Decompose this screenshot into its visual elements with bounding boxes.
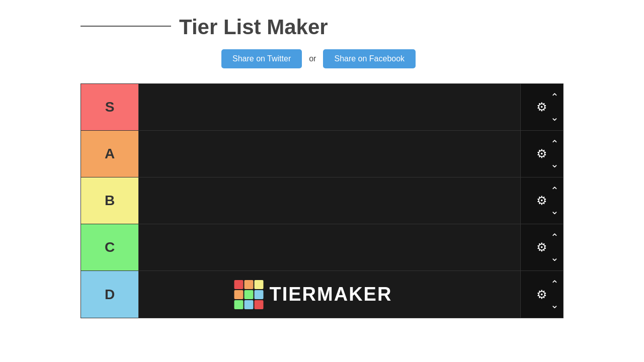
tier-content-c[interactable] xyxy=(139,224,520,270)
tier-row-d: DTiERMAKER⚙⌃⌄ xyxy=(81,271,563,318)
tier-controls-s: ⚙⌃⌄ xyxy=(520,84,563,130)
header: Tier List Maker Share on Twitter or Shar… xyxy=(0,0,644,83)
tier-row-b: B⚙⌃⌄ xyxy=(81,177,563,224)
tier-table: S⚙⌃⌄A⚙⌃⌄B⚙⌃⌄C⚙⌃⌄DTiERMAKER⚙⌃⌄ xyxy=(80,83,564,318)
gear-icon-a[interactable]: ⚙ xyxy=(536,148,547,160)
tier-content-b[interactable] xyxy=(139,177,520,224)
gear-icon-d[interactable]: ⚙ xyxy=(536,289,547,301)
tiermaker-logo-text: TiERMAKER xyxy=(270,284,392,305)
chevron-down-a[interactable]: ⌄ xyxy=(550,159,559,169)
tier-controls-a: ⚙⌃⌄ xyxy=(520,131,563,177)
chevron-up-b[interactable]: ⌃ xyxy=(550,186,559,196)
gear-icon-b[interactable]: ⚙ xyxy=(536,195,547,207)
chevron-down-s[interactable]: ⌄ xyxy=(550,112,559,122)
tier-label-d: D xyxy=(81,271,139,318)
share-row: Share on Twitter or Share on Facebook xyxy=(80,49,644,68)
tier-controls-b: ⚙⌃⌄ xyxy=(520,177,563,224)
chevron-up-a[interactable]: ⌃ xyxy=(550,139,559,149)
share-facebook-button[interactable]: Share on Facebook xyxy=(323,49,416,68)
gear-icon-s[interactable]: ⚙ xyxy=(536,101,547,113)
or-separator: or xyxy=(309,54,316,63)
tier-content-a[interactable] xyxy=(139,131,520,177)
chevron-up-s[interactable]: ⌃ xyxy=(550,92,559,102)
title-underline xyxy=(80,26,171,27)
tier-label-s: S xyxy=(81,84,139,130)
tier-controls-d: ⚙⌃⌄ xyxy=(520,271,563,318)
tier-content-s[interactable] xyxy=(139,84,520,130)
tier-controls-c: ⚙⌃⌄ xyxy=(520,224,563,270)
tier-content-d[interactable]: TiERMAKER xyxy=(139,271,520,318)
chevron-up-d[interactable]: ⌃ xyxy=(550,279,559,289)
gear-icon-c[interactable]: ⚙ xyxy=(536,241,547,253)
tier-row-c: C⚙⌃⌄ xyxy=(81,224,563,271)
chevron-down-c[interactable]: ⌄ xyxy=(550,252,559,262)
page-title: Tier List Maker xyxy=(179,15,328,39)
chevron-down-d[interactable]: ⌄ xyxy=(550,300,559,310)
tiermaker-watermark: TiERMAKER xyxy=(234,271,425,318)
title-row: Tier List Maker xyxy=(80,15,644,39)
tier-label-c: C xyxy=(81,224,139,270)
tier-row-a: A⚙⌃⌄ xyxy=(81,131,563,177)
share-twitter-button[interactable]: Share on Twitter xyxy=(221,49,302,68)
tier-row-s: S⚙⌃⌄ xyxy=(81,84,563,131)
chevron-down-b[interactable]: ⌄ xyxy=(550,206,559,216)
tier-label-a: A xyxy=(81,131,139,177)
tier-label-b: B xyxy=(81,177,139,224)
chevron-up-c[interactable]: ⌃ xyxy=(550,232,559,242)
